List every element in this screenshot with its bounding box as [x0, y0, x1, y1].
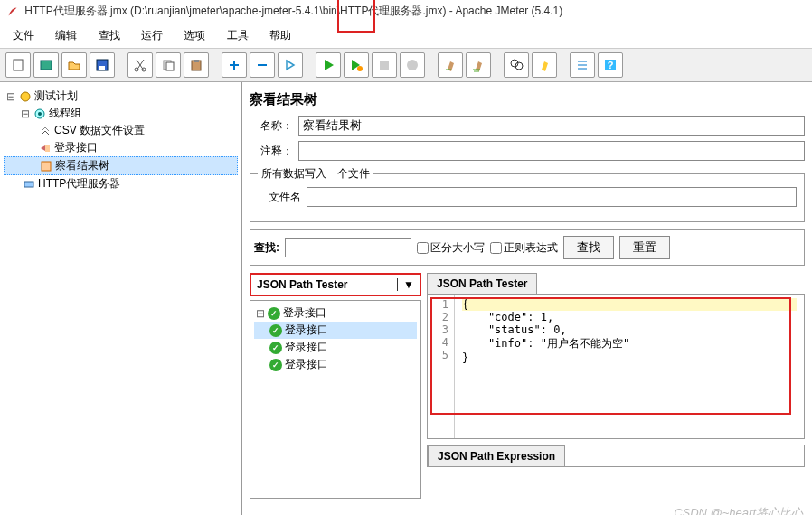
open-button[interactable]	[61, 52, 87, 78]
svg-point-5	[142, 68, 146, 71]
search-input[interactable]	[285, 238, 411, 258]
toolbar: ?	[0, 49, 812, 82]
search-button[interactable]	[504, 52, 529, 78]
result-node[interactable]: ⊟✓登录接口	[254, 304, 417, 322]
find-button[interactable]: 查找	[563, 236, 614, 259]
svg-rect-20	[45, 145, 50, 152]
tree-resulttree[interactable]: 察看结果树	[4, 156, 238, 175]
function-helper-button[interactable]	[570, 52, 595, 78]
menu-tools[interactable]: 工具	[218, 25, 258, 46]
tree-testplan[interactable]: ⊟测试计划	[4, 88, 238, 105]
renderer-selected: JSON Path Tester	[257, 278, 347, 291]
filename-label: 文件名	[258, 190, 301, 205]
check-icon: ✓	[269, 359, 282, 371]
cut-button[interactable]	[127, 52, 153, 78]
line-gutter: 12345	[428, 295, 455, 438]
json-path-tab[interactable]: JSON Path Expression	[428, 445, 565, 466]
panel-title: 察看结果树	[250, 88, 805, 116]
svg-rect-21	[42, 162, 51, 171]
result-node[interactable]: ✓登录接口	[254, 322, 417, 339]
json-content: { "code": 1, "status": 0, "info": "用户名不能…	[455, 295, 804, 438]
shutdown-button[interactable]	[400, 52, 425, 78]
expand-button[interactable]	[222, 52, 247, 78]
start-button[interactable]	[316, 52, 341, 78]
writefile-legend: 所有数据写入一个文件	[258, 166, 373, 182]
toggle-button[interactable]	[278, 52, 303, 78]
paste-button[interactable]	[184, 52, 209, 78]
svg-rect-1	[41, 61, 52, 70]
result-node[interactable]: ✓登录接口	[254, 356, 417, 373]
check-icon: ✓	[269, 342, 282, 354]
svg-point-4	[135, 68, 138, 71]
start-noTimer-button[interactable]	[344, 52, 369, 78]
copy-button[interactable]	[156, 52, 181, 78]
stop-button[interactable]	[372, 52, 397, 78]
menu-options[interactable]: 选项	[175, 25, 214, 46]
tree-threadgroup[interactable]: ⊟线程组	[4, 105, 238, 122]
renderer-dropdown[interactable]: JSON Path Tester ▼	[250, 273, 421, 296]
watermark: CSDN @~heart将心比心	[674, 505, 803, 515]
writefile-fieldset: 所有数据写入一个文件 文件名	[250, 166, 805, 222]
name-label: 名称：	[250, 118, 293, 134]
result-node[interactable]: ✓登录接口	[254, 339, 417, 356]
svg-point-12	[407, 60, 418, 70]
svg-point-17	[21, 92, 30, 101]
svg-rect-3	[99, 66, 105, 70]
menu-file[interactable]: 文件	[4, 25, 43, 46]
filename-input[interactable]	[307, 187, 797, 207]
right-panel: 察看结果树 名称： 注释： 所有数据写入一个文件 文件名 查找: 区分大小写 正…	[242, 82, 812, 515]
comment-label: 注释：	[250, 144, 293, 159]
chevron-down-icon: ▼	[397, 278, 414, 291]
menu-edit[interactable]: 编辑	[46, 25, 86, 46]
tree-csv[interactable]: CSV 数据文件设置	[4, 122, 238, 139]
menu-search[interactable]: 查找	[90, 25, 129, 46]
svg-rect-11	[380, 61, 389, 70]
name-input[interactable]	[298, 116, 805, 136]
comment-input[interactable]	[298, 141, 805, 161]
svg-text:?: ?	[608, 60, 614, 70]
reset-button[interactable]: 重置	[619, 236, 670, 259]
tree-panel: ⊟测试计划 ⊟线程组 CSV 数据文件设置 登录接口 察看结果树 HTTP代理服…	[0, 82, 242, 515]
menu-run[interactable]: 运行	[132, 25, 172, 46]
detail-tab[interactable]: JSON Path Tester	[427, 273, 537, 294]
regex-checkbox[interactable]	[490, 242, 502, 254]
tree-login[interactable]: 登录接口	[4, 139, 238, 156]
svg-point-10	[357, 66, 363, 71]
titlebar: HTTP代理服务器.jmx (D:\ruanjian\jmeter\apache…	[0, 0, 812, 23]
svg-rect-9	[194, 60, 199, 62]
search-row: 查找: 区分大小写 正则表达式 查找 重置	[250, 229, 805, 266]
save-button[interactable]	[90, 52, 115, 78]
search-label: 查找:	[254, 240, 279, 256]
svg-point-19	[38, 112, 42, 116]
svg-rect-22	[24, 182, 33, 187]
result-tree: ⊟✓登录接口 ✓登录接口 ✓登录接口 ✓登录接口	[250, 300, 421, 499]
tree-proxy[interactable]: HTTP代理服务器	[4, 175, 238, 192]
response-body[interactable]: 12345 { "code": 1, "status": 0, "info": …	[427, 295, 805, 439]
check-icon: ✓	[269, 324, 282, 337]
svg-rect-0	[14, 60, 23, 70]
help-button[interactable]: ?	[598, 52, 623, 78]
case-checkbox[interactable]	[417, 242, 429, 254]
reset-search-button[interactable]	[532, 52, 557, 78]
templates-button[interactable]	[33, 52, 59, 78]
check-icon: ✓	[268, 307, 280, 320]
new-button[interactable]	[5, 52, 31, 78]
bottom-tabs: JSON Path Expression	[427, 445, 805, 467]
menubar: 文件 编辑 查找 运行 选项 工具 帮助	[0, 23, 812, 49]
menu-help[interactable]: 帮助	[260, 25, 300, 46]
window-title: HTTP代理服务器.jmx (D:\ruanjian\jmeter\apache…	[24, 5, 562, 17]
clear-all-button[interactable]	[466, 52, 491, 78]
collapse-button[interactable]	[250, 52, 275, 78]
app-icon	[7, 6, 18, 17]
svg-rect-7	[166, 62, 174, 70]
clear-button[interactable]	[438, 52, 463, 78]
